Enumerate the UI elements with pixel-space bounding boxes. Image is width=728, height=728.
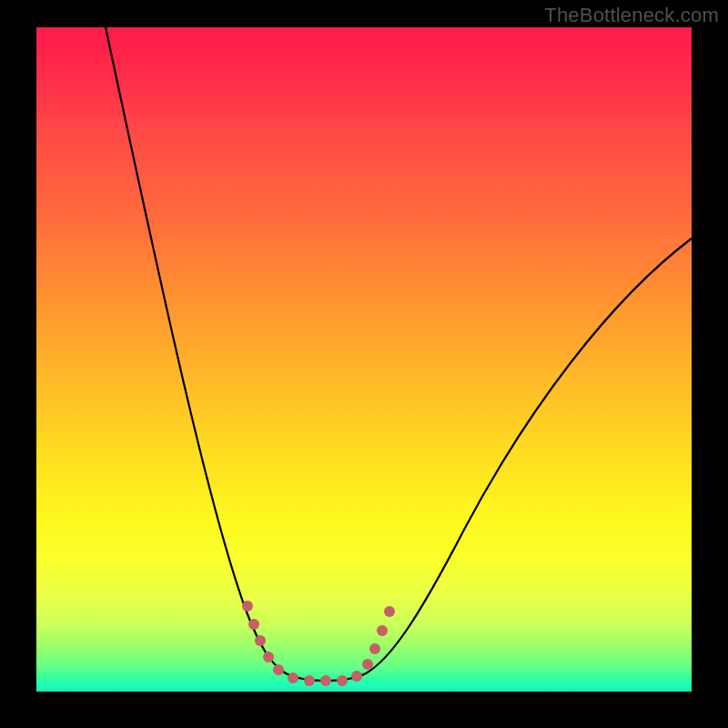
- curve-marker: [337, 675, 348, 686]
- curve-marker: [288, 672, 298, 683]
- curve-marker: [242, 601, 253, 612]
- curve-marker: [263, 652, 274, 662]
- curve-marker: [320, 675, 331, 686]
- curve-marker: [362, 659, 373, 670]
- plot-area: [36, 27, 692, 692]
- curve-marker: [369, 643, 380, 654]
- marker-group: [242, 601, 395, 686]
- left-curve: [106, 27, 326, 681]
- curve-marker: [248, 619, 259, 630]
- curve-marker: [304, 675, 315, 686]
- chart-container: TheBottleneck.com: [0, 0, 728, 728]
- curve-marker: [384, 606, 395, 617]
- curve-marker: [377, 625, 388, 636]
- right-curve: [326, 238, 692, 681]
- curve-marker: [351, 671, 362, 682]
- watermark-text: TheBottleneck.com: [544, 4, 719, 27]
- curve-layer: [36, 27, 692, 692]
- curve-marker: [273, 664, 284, 675]
- curve-marker: [255, 635, 266, 646]
